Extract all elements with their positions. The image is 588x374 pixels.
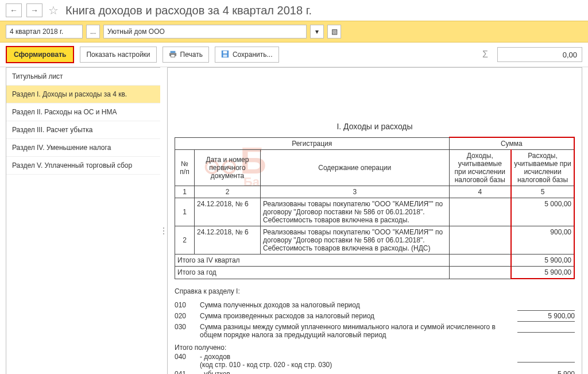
organization-open-button[interactable]: ▧: [327, 25, 341, 38]
print-button[interactable]: Печать: [163, 47, 209, 63]
drag-dots-icon: [163, 230, 164, 232]
cell-operation: Реализованы товары покупателю "ООО "КАМЕ…: [261, 226, 450, 255]
total-q4-income: [449, 255, 511, 267]
total-q4-label: Итого за IV квартал: [175, 255, 450, 267]
nav-forward-button[interactable]: →: [26, 3, 42, 17]
cell-operation: Реализованы товары покупателю "ООО "КАМЕ…: [261, 198, 450, 226]
toolbar: Сформировать Показать настройки Печать С…: [0, 43, 588, 67]
header-sum: Сумма: [449, 137, 574, 150]
ledger-table: Регистрация Сумма № п/п Дата и номер пер…: [175, 137, 575, 279]
ref-code-010: 010: [175, 301, 192, 309]
favorite-star-icon[interactable]: ☆: [48, 3, 59, 17]
ref-code-040: 040: [175, 353, 192, 361]
period-field[interactable]: 4 квартал 2018 г.: [6, 25, 83, 38]
splitter-handle[interactable]: [160, 67, 167, 374]
cell-income: [449, 198, 511, 226]
svg-rect-0: [170, 51, 175, 53]
header-operation: Содержание операции: [261, 150, 450, 186]
svg-rect-4: [223, 51, 227, 53]
sidebar-item-section-4[interactable]: Раздел IV. Уменьшение налога: [6, 139, 160, 157]
organization-value: Уютный дом ООО: [107, 28, 165, 36]
diskette-icon: [221, 50, 229, 60]
ref-text-041: - убытков: [200, 370, 504, 374]
report-panel: ⊙⊙Б Ба I. Доходы и расходы Регистрация С…: [167, 67, 582, 374]
ref-code-041: 041: [175, 370, 192, 374]
table-row: 2 24.12.2018, № 6 Реализованы товары пок…: [175, 226, 575, 255]
cell-expense: 900,00: [511, 226, 574, 255]
idx-col-4: 4: [449, 186, 511, 198]
cell-doc: 24.12.2018, № 6: [195, 198, 261, 226]
svg-rect-2: [171, 54, 175, 56]
period-picker-button[interactable]: ...: [86, 25, 100, 38]
sum-field[interactable]: 0,00: [497, 47, 582, 62]
sidebar-item-section-5[interactable]: Раздел V. Уплаченный торговый сбор: [6, 157, 160, 175]
table-row: 1 24.12.2018, № 6 Реализованы товары пок…: [175, 198, 575, 226]
sum-value: 0,00: [563, 51, 577, 59]
header-doc: Дата и номер первичного документа: [195, 150, 261, 186]
print-label: Печать: [180, 51, 203, 59]
idx-col-1: 1: [175, 186, 195, 198]
idx-col-2: 2: [195, 186, 261, 198]
ref-text-030: Сумма разницы между суммой уплаченного м…: [200, 323, 509, 339]
header-income: Доходы, учитываемые при исчислении налог…: [449, 150, 511, 186]
show-settings-button[interactable]: Показать настройки: [80, 47, 156, 63]
idx-col-5: 5: [511, 186, 574, 198]
sidebar-item-section-3[interactable]: Раздел III. Расчет убытка: [6, 121, 160, 139]
ref-text-040: - доходов: [200, 353, 504, 361]
organization-field[interactable]: Уютный дом ООО: [103, 25, 307, 38]
reference-heading: Справка к разделу I:: [175, 287, 575, 295]
svg-rect-5: [223, 54, 227, 56]
sidebar-item-title-page[interactable]: Титульный лист: [6, 68, 160, 86]
sidebar-item-section-2[interactable]: Раздел II. Расходы на ОС и НМА: [6, 103, 160, 121]
chevron-down-icon: ▾: [315, 28, 319, 36]
page-title: Книга доходов и расходов за 4 квартал 20…: [65, 4, 312, 17]
cell-expense: 5 000,00: [511, 198, 574, 226]
printer-icon: [169, 50, 177, 60]
total-q4-expense: 5 900,00: [511, 255, 574, 267]
filter-bar: 4 квартал 2018 г. ... Уютный дом ООО ▾ ▧: [0, 21, 588, 43]
popout-icon: ▧: [331, 28, 338, 36]
generate-label: Сформировать: [14, 51, 66, 59]
ref-val-010: [517, 301, 575, 311]
ellipsis-icon: ...: [90, 28, 96, 36]
save-label: Сохранить...: [233, 51, 273, 59]
total-year-income: [449, 267, 511, 279]
show-settings-label: Показать настройки: [86, 51, 150, 59]
cell-num: 1: [175, 198, 195, 226]
save-button[interactable]: Сохранить...: [215, 47, 279, 63]
total-year-label: Итого за год: [175, 267, 450, 279]
idx-col-3: 3: [261, 186, 450, 198]
organization-dropdown-button[interactable]: ▾: [310, 25, 324, 38]
reference-subtotal-label: Итого получено:: [175, 344, 575, 352]
ref-text-020: Сумма произведенных расходов за налоговы…: [200, 312, 509, 320]
section-title: I. Доходы и расходы: [175, 122, 575, 131]
sidebar: Титульный лист Раздел I. Доходы и расход…: [6, 67, 160, 374]
ref-val-030: [517, 323, 575, 333]
period-value: 4 квартал 2018 г.: [10, 28, 63, 36]
section-reference: Справка к разделу I: 010 Сумма полученны…: [175, 287, 575, 374]
ref-val-040: [517, 353, 575, 363]
header-num: № п/п: [175, 150, 195, 186]
ref-sub-040: (код стр. 010 - код стр. 020 - код стр. …: [200, 361, 504, 369]
arrow-left-icon: ←: [10, 6, 18, 15]
ref-code-030: 030: [175, 323, 192, 331]
ref-val-020: 5 900,00: [517, 312, 575, 322]
arrow-right-icon: →: [30, 6, 38, 15]
header-expense: Расходы, учитываемые при исчислении нало…: [511, 150, 574, 186]
sidebar-item-section-1[interactable]: Раздел I. Доходы и расходы за 4 кв.: [6, 86, 160, 103]
ref-code-020: 020: [175, 312, 192, 320]
sigma-icon: Σ: [482, 49, 488, 60]
cell-doc: 24.12.2018, № 6: [195, 226, 261, 255]
ref-text-010: Сумма полученных доходов за налоговый пе…: [200, 301, 509, 309]
cell-num: 2: [175, 226, 195, 255]
header-registration: Регистрация: [175, 137, 450, 150]
nav-back-button[interactable]: ←: [6, 3, 22, 17]
generate-button[interactable]: Сформировать: [6, 46, 74, 63]
total-year-expense: 5 900,00: [511, 267, 574, 279]
ref-val-041: 5 900: [517, 370, 575, 374]
cell-income: [449, 226, 511, 255]
